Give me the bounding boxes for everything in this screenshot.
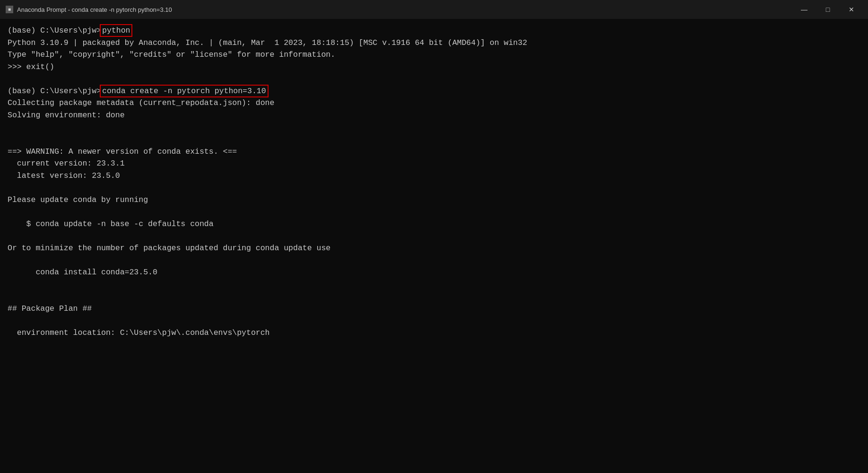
empty-line-5 xyxy=(8,206,860,218)
maximize-button[interactable]: □ xyxy=(817,2,839,17)
terminal-line-16: environment location: C:\Users\pjw\.cond… xyxy=(8,327,860,339)
terminal-body[interactable]: (base) C:\Users\pjw>python Python 3.10.9… xyxy=(0,19,868,473)
window-controls: — □ ✕ xyxy=(793,2,862,17)
close-button[interactable]: ✕ xyxy=(841,2,862,17)
terminal-line-2: Python 3.10.9 | packaged by Anaconda, In… xyxy=(8,37,860,49)
window-title: Anaconda Prompt - conda create -n pytorc… xyxy=(17,6,172,13)
terminal-line-6: Collecting package metadata (current_rep… xyxy=(8,97,860,109)
minimize-button[interactable]: — xyxy=(793,2,815,17)
prompt-1: (base) C:\Users\pjw> xyxy=(8,26,101,35)
empty-line-2 xyxy=(8,122,860,134)
empty-line-8 xyxy=(8,279,860,291)
empty-line-10 xyxy=(8,315,860,327)
terminal-line-14: conda install conda=23.5.0 xyxy=(8,266,860,279)
empty-line-1 xyxy=(8,73,860,85)
terminal-line-11: Please update conda by running xyxy=(8,194,860,206)
window-icon: ■ xyxy=(6,6,13,13)
terminal-line-12: $ conda update -n base -c defaults conda xyxy=(8,218,860,230)
terminal-line-7: Solving environment: done xyxy=(8,109,860,122)
command-python-highlight: python xyxy=(101,26,131,35)
terminal-line-8: ==> WARNING: A newer version of conda ex… xyxy=(8,146,860,158)
terminal-line-13: Or to minimize the number of packages up… xyxy=(8,242,860,254)
empty-line-9 xyxy=(8,290,860,303)
terminal-line-10: latest version: 23.5.0 xyxy=(8,170,860,182)
empty-line-4 xyxy=(8,182,860,194)
title-bar-left: ■ Anaconda Prompt - conda create -n pyto… xyxy=(6,6,172,13)
empty-line-3 xyxy=(8,133,860,146)
anaconda-prompt-window: ■ Anaconda Prompt - conda create -n pyto… xyxy=(0,0,868,473)
terminal-line-4: >>> exit() xyxy=(8,61,860,73)
prompt-2: (base) C:\Users\pjw> xyxy=(8,87,101,96)
command-conda-highlight: conda create -n pytorch python=3.10 xyxy=(101,86,267,96)
terminal-line-1: (base) C:\Users\pjw>python xyxy=(8,25,860,37)
empty-line-6 xyxy=(8,230,860,243)
terminal-line-9: current version: 23.3.1 xyxy=(8,158,860,170)
terminal-line-5: (base) C:\Users\pjw>conda create -n pyto… xyxy=(8,85,860,97)
empty-line-7 xyxy=(8,254,860,267)
terminal-line-15: ## Package Plan ## xyxy=(8,303,860,315)
terminal-line-3: Type "help", "copyright", "credits" or "… xyxy=(8,49,860,61)
title-bar: ■ Anaconda Prompt - conda create -n pyto… xyxy=(0,0,868,19)
